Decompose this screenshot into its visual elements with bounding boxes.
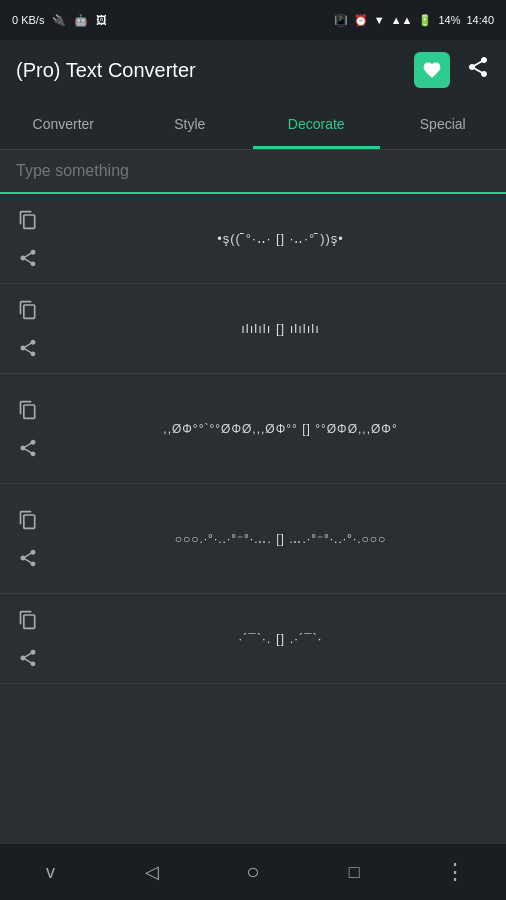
signal-icon: ▲▲ bbox=[391, 14, 413, 26]
tab-special[interactable]: Special bbox=[380, 101, 507, 149]
status-left: 0 KB/s 🔌 🤖 🖼 bbox=[12, 14, 107, 27]
battery-percent: 14% bbox=[438, 14, 460, 26]
share-button-4[interactable] bbox=[13, 543, 43, 573]
status-bar: 0 KB/s 🔌 🤖 🖼 📳 ⏰ ▼ ▲▲ 🔋 14% 14:40 bbox=[0, 0, 506, 40]
deco-row-2: ılılılı [] ılılılı bbox=[0, 284, 506, 374]
tab-bar: Converter Style Decorate Special bbox=[0, 100, 506, 150]
input-area bbox=[0, 150, 506, 194]
deco-row-5: ·´¯`·. [] .·´¯`· bbox=[0, 594, 506, 684]
usb-icon: 🔌 bbox=[52, 14, 66, 27]
share-button-1[interactable] bbox=[13, 243, 43, 273]
decorated-text-list: •ş(( ̄°·‥· [] ·‥·° ̄))ş• ılılılı [] ılıl… bbox=[0, 194, 506, 838]
share-button[interactable] bbox=[466, 55, 490, 85]
battery-icon: 🔋 bbox=[418, 14, 432, 27]
copy-button-1[interactable] bbox=[13, 205, 43, 235]
deco-text-3: ,,ØΦ°°`°°ØΦØ,,,ØΦ°° [] °°ØΦØ,,,ØΦ° bbox=[55, 404, 506, 454]
wifi-icon: ▼ bbox=[374, 14, 385, 26]
deco-actions-4 bbox=[0, 495, 55, 583]
copy-button-2[interactable] bbox=[13, 295, 43, 325]
android-icon: 🤖 bbox=[74, 14, 88, 27]
tab-converter[interactable]: Converter bbox=[0, 101, 127, 149]
share-button-5[interactable] bbox=[13, 643, 43, 673]
deco-text-4: ○○○.·°·..·°⁻°·.‥. [] .‥.·°⁻°·..·°·.○○○ bbox=[55, 514, 506, 564]
deco-text-5: ·´¯`·. [] .·´¯`· bbox=[55, 613, 506, 665]
copy-button-5[interactable] bbox=[13, 605, 43, 635]
deco-actions-1 bbox=[0, 195, 55, 283]
deco-actions-5 bbox=[0, 595, 55, 683]
deco-row-1: •ş(( ̄°·‥· [] ·‥·° ̄))ş• bbox=[0, 194, 506, 284]
tab-style[interactable]: Style bbox=[127, 101, 254, 149]
copy-button-4[interactable] bbox=[13, 505, 43, 535]
deco-row-4: ○○○.·°·..·°⁻°·.‥. [] .‥.·°⁻°·..·°·.○○○ bbox=[0, 484, 506, 594]
deco-actions-3 bbox=[0, 385, 55, 473]
nav-back-button[interactable]: ◁ bbox=[128, 848, 176, 896]
share-button-2[interactable] bbox=[13, 333, 43, 363]
deco-row-3: ,,ØΦ°°`°°ØΦØ,,,ØΦ°° [] °°ØΦØ,,,ØΦ° bbox=[0, 374, 506, 484]
time: 14:40 bbox=[466, 14, 494, 26]
deco-text-2: ılılılı [] ılılılı bbox=[55, 303, 506, 355]
heart-icon-button[interactable] bbox=[414, 52, 450, 88]
share-button-3[interactable] bbox=[13, 433, 43, 463]
alarm-icon: ⏰ bbox=[354, 14, 368, 27]
status-right: 📳 ⏰ ▼ ▲▲ 🔋 14% 14:40 bbox=[334, 14, 494, 27]
app-bar-icons bbox=[414, 52, 490, 88]
app-bar: (Pro) Text Converter bbox=[0, 40, 506, 100]
data-speed: 0 KB/s bbox=[12, 14, 44, 26]
nav-v-button[interactable]: v bbox=[27, 848, 75, 896]
nav-recent-button[interactable]: □ bbox=[330, 848, 378, 896]
text-input[interactable] bbox=[16, 162, 490, 180]
copy-button-3[interactable] bbox=[13, 395, 43, 425]
bottom-nav: v ◁ ○ □ ⋮ bbox=[0, 844, 506, 900]
app-title: (Pro) Text Converter bbox=[16, 59, 196, 82]
vibrate-icon: 📳 bbox=[334, 14, 348, 27]
deco-text-1: •ş(( ̄°·‥· [] ·‥·° ̄))ş• bbox=[55, 213, 506, 265]
nav-home-button[interactable]: ○ bbox=[229, 848, 277, 896]
tab-decorate[interactable]: Decorate bbox=[253, 101, 380, 149]
deco-actions-2 bbox=[0, 285, 55, 373]
image-icon: 🖼 bbox=[96, 14, 107, 26]
nav-more-button[interactable]: ⋮ bbox=[431, 848, 479, 896]
